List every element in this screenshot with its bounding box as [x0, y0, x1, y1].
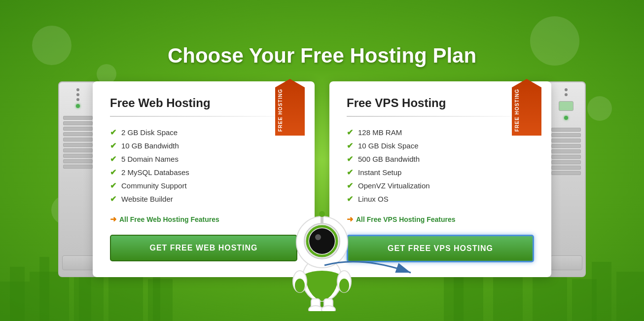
svg-rect-1 [10, 267, 25, 321]
vps-cta-button[interactable]: GET FREE VPS HOSTING [347, 235, 534, 262]
right-server-tower [546, 81, 586, 277]
feature-label: Instant Setup [358, 168, 401, 177]
svg-point-29 [315, 234, 321, 240]
vps-plan-title: Free VPS Hosting [347, 96, 534, 110]
web-cta-button[interactable]: GET FREE WEB HOSTING [110, 235, 297, 261]
vps-all-features-link[interactable]: ➜ All Free VPS Hosting Features [347, 214, 534, 224]
web-plan-title: Free Web Hosting [110, 96, 297, 110]
list-item: ✔ Instant Setup [347, 166, 534, 179]
svg-point-20 [339, 279, 349, 292]
check-icon: ✔ [110, 154, 116, 164]
svg-point-31 [319, 211, 325, 217]
list-item: ✔ 5 Domain Names [110, 152, 297, 166]
left-server-tower [58, 81, 98, 277]
robot-mascot [283, 198, 361, 306]
vps-hosting-card: FREE HOSTING Free VPS Hosting ✔ 128 MB R… [329, 81, 551, 277]
feature-label: 2 GB Disk Space [121, 128, 178, 137]
check-icon: ✔ [110, 141, 116, 150]
list-item: ✔ Linux OS [347, 192, 534, 206]
all-features-text: All Free VPS Hosting Features [356, 215, 456, 223]
check-icon: ✔ [110, 181, 116, 190]
feature-label: Website Builder [121, 195, 173, 203]
check-icon: ✔ [347, 168, 353, 177]
svg-point-24 [322, 306, 335, 311]
svg-rect-14 [592, 262, 611, 321]
check-icon: ✔ [347, 154, 353, 164]
tower-led [76, 104, 80, 108]
web-ribbon: FREE HOSTING [275, 79, 305, 136]
feature-label: 5 Domain Names [121, 155, 179, 163]
svg-rect-9 [444, 272, 483, 321]
tower-display [559, 101, 573, 111]
svg-rect-3 [39, 257, 49, 321]
vps-features-list: ✔ 128 MB RAM ✔ 10 GB Disk Space ✔ 500 GB… [347, 126, 534, 206]
feature-label: OpenVZ Virtualization [358, 181, 430, 190]
page-title: Choose Your Free Hosting Plan [168, 44, 476, 68]
check-icon: ✔ [110, 168, 116, 177]
feature-label: 10 GB Disk Space [358, 142, 419, 150]
list-item: ✔ 2 GB Disk Space [110, 126, 297, 139]
svg-rect-13 [572, 279, 597, 321]
list-item: ✔ 500 GB Bandwidth [347, 152, 534, 166]
tower-led [564, 116, 568, 120]
svg-rect-0 [0, 282, 30, 321]
feature-label: 2 MySQL Databases [121, 168, 189, 177]
vps-ribbon: FREE HOSTING [512, 79, 541, 136]
list-item: ✔ 128 MB RAM [347, 126, 534, 139]
feature-label: 500 GB Bandwidth [358, 155, 420, 163]
all-features-text: All Free Web Hosting Features [119, 215, 219, 223]
list-item: ✔ 10 GB Bandwidth [110, 139, 297, 152]
svg-point-19 [295, 279, 305, 292]
check-icon: ✔ [110, 194, 116, 204]
check-icon: ✔ [110, 128, 116, 137]
web-hosting-card: FREE HOSTING Free Web Hosting ✔ 2 GB Dis… [93, 81, 315, 277]
vps-divider [347, 116, 534, 117]
list-item: ✔ Website Builder [110, 192, 297, 206]
list-item: ✔ 10 GB Disk Space [347, 139, 534, 152]
arrow-right-icon: ➜ [110, 214, 116, 224]
web-divider [110, 116, 297, 117]
check-icon: ✔ [347, 141, 353, 150]
svg-rect-15 [616, 272, 644, 321]
check-icon: ✔ [347, 128, 353, 137]
feature-label: Linux OS [358, 195, 389, 203]
list-item: ✔ OpenVZ Virtualization [347, 179, 534, 192]
svg-point-27 [309, 228, 335, 254]
web-all-features-link[interactable]: ➜ All Free Web Hosting Features [110, 214, 297, 224]
svg-rect-2 [30, 272, 69, 321]
svg-rect-7 [148, 279, 173, 321]
feature-label: 10 GB Bandwidth [121, 142, 179, 150]
feature-label: Community Support [121, 181, 187, 190]
web-features-list: ✔ 2 GB Disk Space ✔ 10 GB Bandwidth ✔ 5 … [110, 126, 297, 206]
list-item: ✔ 2 MySQL Databases [110, 166, 297, 179]
svg-point-23 [309, 306, 322, 311]
feature-label: 128 MB RAM [358, 128, 402, 137]
robot-svg [283, 198, 361, 311]
list-item: ✔ Community Support [110, 179, 297, 192]
svg-rect-11 [493, 277, 523, 321]
svg-rect-4 [74, 277, 104, 321]
check-icon: ✔ [347, 181, 353, 190]
